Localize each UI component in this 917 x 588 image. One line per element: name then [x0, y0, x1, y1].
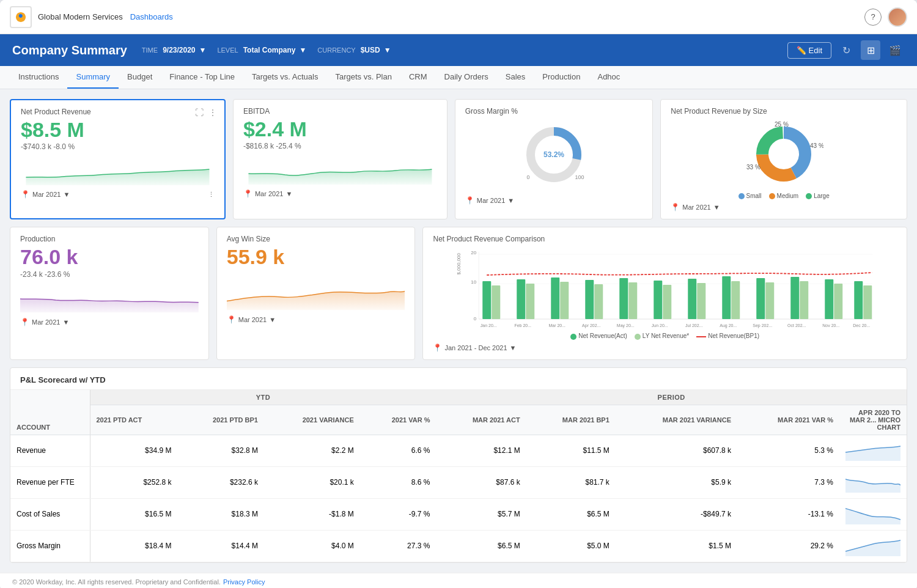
ytd-varp-cell: 6.6 % [360, 435, 436, 466]
widget-value: 55.9 k [227, 246, 405, 268]
revenue-by-size-widget: Net Product Revenue by Size 43 % 33 % 25… [660, 99, 907, 219]
table-row: Revenue $34.9 M $32.8 M $2.2 M 6.6 % $12… [10, 435, 907, 466]
tab-finance-top-line[interactable]: Finance - Top Line [161, 66, 243, 89]
widget-title: Net Product Revenue by Size [671, 107, 897, 116]
more-options-icon[interactable]: ⋮ [207, 106, 218, 119]
widget-value: $2.4 M [243, 118, 437, 141]
legend-medium: Medium [769, 193, 799, 199]
currency-value: $USD [361, 46, 380, 54]
table-row: Cost of Sales $16.5 M $18.3 M -$1.8 M -9… [10, 498, 907, 530]
svg-rect-32 [688, 279, 697, 319]
header-actions: ✏️ Edit ↻ ⊞ 🎬 [787, 40, 905, 60]
sparkline [243, 155, 437, 185]
sparkline [21, 156, 215, 185]
tab-adhoc[interactable]: Adhoc [589, 66, 628, 89]
time-filter[interactable]: TIME 9/23/2020 ▼ [142, 46, 207, 54]
col-mar-bp1: MAR 2021 BP1 [526, 405, 616, 435]
tab-production[interactable]: Production [534, 66, 589, 89]
svg-rect-23 [526, 284, 535, 319]
dashboard-title: Company Summary [12, 43, 127, 57]
micro-chart-svg [845, 534, 900, 556]
currency-filter[interactable]: CURRENCY $USD ▼ [317, 46, 391, 54]
ytd-bp1-cell: $232.6 k [177, 466, 264, 498]
mar-act-cell: $87.6 k [436, 466, 526, 498]
widget-footer[interactable]: 📍 Mar 2021 ▼ [243, 189, 437, 198]
bottom-more-icon[interactable]: ⋮ [208, 191, 215, 199]
scorecard-title: P&L Scorecard w/ YTD [10, 368, 907, 390]
widget-title: Production [20, 235, 199, 243]
legend-large: Large [806, 193, 830, 199]
widget-footer[interactable]: 📍 Mar 2021 ▼ [227, 315, 405, 324]
tab-instructions[interactable]: Instructions [10, 66, 67, 89]
col-ytd-act: 2021 PTD ACT [90, 405, 177, 435]
tab-targets-actuals[interactable]: Targets vs. Actuals [243, 66, 326, 89]
pie-svg: 43 % 33 % 25 % [744, 120, 823, 188]
sparkline [20, 284, 199, 313]
currency-label: CURRENCY [317, 46, 355, 54]
privacy-policy-link[interactable]: Privacy Policy [223, 578, 265, 586]
expand-icon[interactable]: ⛶ [194, 106, 205, 119]
widget-footer[interactable]: 📍 Mar 2021 ▼ ⋮ [21, 190, 215, 199]
svg-rect-34 [723, 276, 731, 319]
ytd-var-cell: $20.1 k [264, 466, 360, 498]
dashboards-link[interactable]: Dashboards [130, 12, 173, 21]
widget-footer[interactable]: 📍 Mar 2021 ▼ [20, 318, 199, 326]
widget-date: Mar 2021 [255, 190, 283, 197]
sparkline-svg [20, 284, 199, 313]
time-arrow-icon: ▼ [199, 46, 207, 54]
sparkline [227, 274, 405, 311]
mar-var-cell: $1.5 M [616, 530, 737, 562]
tab-crm[interactable]: CRM [400, 66, 436, 89]
ytd-act-cell: $34.9 M [90, 435, 177, 466]
pin-icon: 📍 [21, 190, 30, 199]
widget-date: Jan 2021 - Dec 2021 [444, 344, 507, 351]
grid-view-button[interactable]: ⊞ [861, 40, 880, 60]
pin-icon: 📍 [227, 315, 236, 324]
mar-bp1-cell: $11.5 M [526, 435, 616, 466]
level-value: Total Company [243, 46, 296, 54]
tab-targets-plan[interactable]: Targets vs. Plan [326, 66, 400, 89]
edit-button[interactable]: ✏️ Edit [787, 42, 831, 59]
gross-margin-widget: Gross Margin % 53.2% 0 100 📍 Mar 2021 ▼ [455, 99, 653, 219]
level-filter[interactable]: LEVEL Total Company ▼ [217, 46, 306, 54]
widget-title: Avg Win Size [227, 235, 405, 243]
widget-footer[interactable]: 📍 Mar 2021 ▼ [671, 203, 897, 211]
micro-chart-cell [839, 466, 907, 498]
table-row: Revenue per FTE $252.8 k $232.6 k $20.1 … [10, 466, 907, 498]
widget-footer[interactable]: 📍 Mar 2021 ▼ [465, 196, 643, 205]
mar-varp-cell: 5.3 % [737, 435, 839, 466]
svg-text:0: 0 [474, 316, 477, 322]
svg-rect-26 [586, 280, 594, 319]
refresh-button[interactable]: ↻ [836, 40, 856, 60]
company-name: Global Modern Services [38, 12, 123, 21]
tab-summary[interactable]: Summary [67, 66, 119, 89]
user-avatar[interactable] [888, 7, 907, 27]
copyright-text: © 2020 Workday, Inc. All rights reserved… [12, 578, 221, 586]
micro-chart-cell [839, 435, 907, 466]
bar-chart-svg: $,000,000 20 10 0 [433, 246, 897, 344]
account-cell: Revenue [10, 435, 90, 466]
mar-var-cell: -$849.7 k [616, 498, 737, 530]
widget-sub: -23.4 k -23.6 % [20, 270, 199, 279]
widget-title: Net Product Revenue [21, 108, 215, 116]
svg-text:43 %: 43 % [810, 142, 823, 149]
level-arrow-icon: ▼ [299, 46, 306, 54]
svg-text:Mar 20...: Mar 20... [549, 323, 566, 328]
tab-sales[interactable]: Sales [497, 66, 534, 89]
svg-text:Aug 20...: Aug 20... [720, 323, 737, 328]
ytd-varp-cell: -9.7 % [360, 498, 436, 530]
svg-rect-31 [663, 285, 672, 319]
ytd-var-cell: $2.2 M [264, 435, 360, 466]
widget-date: Mar 2021 [477, 197, 505, 204]
svg-rect-30 [654, 281, 663, 319]
ytd-bp1-cell: $18.3 M [177, 498, 264, 530]
video-button[interactable]: 🎬 [885, 40, 905, 60]
account-cell: Cost of Sales [10, 498, 90, 530]
svg-text:20: 20 [471, 250, 477, 255]
widget-footer[interactable]: 📍 Jan 2021 - Dec 2021 ▼ [433, 344, 897, 352]
svg-rect-37 [766, 282, 775, 319]
tab-daily-orders[interactable]: Daily Orders [436, 66, 497, 89]
help-button[interactable]: ? [864, 9, 882, 26]
svg-text:May 20...: May 20... [617, 323, 635, 328]
tab-budget[interactable]: Budget [119, 66, 161, 89]
